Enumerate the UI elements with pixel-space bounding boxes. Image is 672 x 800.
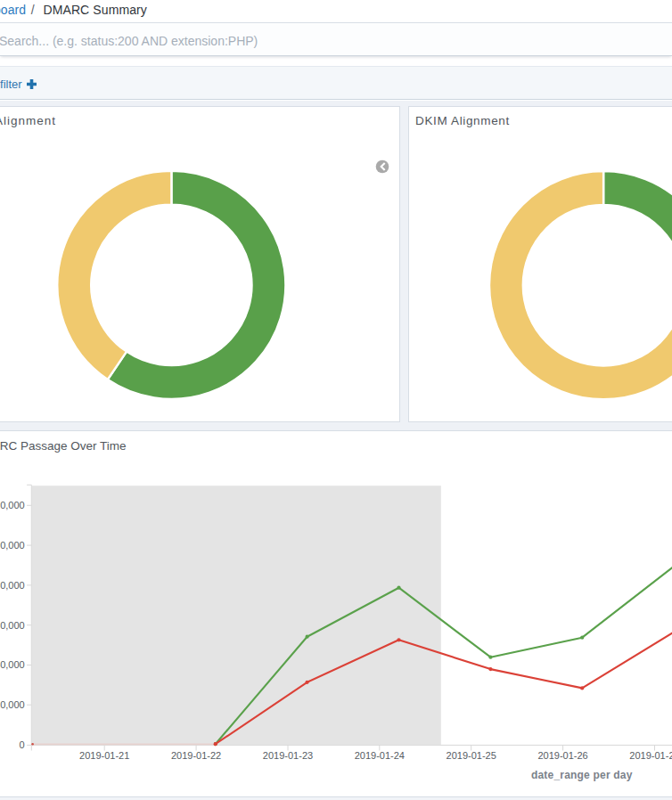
svg-text:2019-01-24: 2019-01-24 <box>355 750 405 761</box>
svg-text:60,000: 60,000 <box>0 620 25 631</box>
svg-text:40,000: 40,000 <box>0 659 25 670</box>
svg-text:100,000: 100,000 <box>0 540 25 551</box>
svg-text:2019-01-23: 2019-01-23 <box>263 750 313 761</box>
svg-text:2019-01-26: 2019-01-26 <box>537 750 587 761</box>
svg-text:120,000: 120,000 <box>0 500 25 510</box>
svg-text:20,000: 20,000 <box>0 699 25 710</box>
svg-text:2019-01-21: 2019-01-21 <box>79 750 129 761</box>
svg-text:80,000: 80,000 <box>0 580 25 591</box>
svg-text:0: 0 <box>20 739 25 750</box>
svg-text:2019-01-27: 2019-01-27 <box>629 750 672 761</box>
svg-text:2019-01-25: 2019-01-25 <box>447 750 496 761</box>
svg-text:date_range per day: date_range per day <box>531 769 633 781</box>
svg-text:2019-01-22: 2019-01-22 <box>171 750 221 761</box>
